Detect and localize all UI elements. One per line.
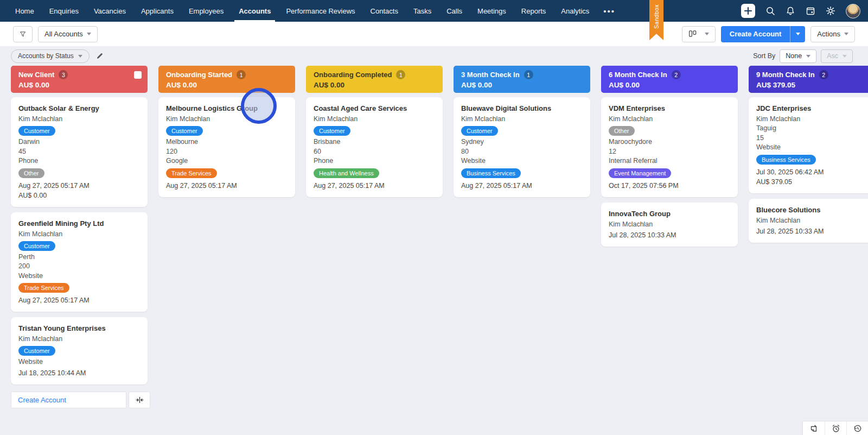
bottom-create-account-link[interactable]: Create Account [18, 396, 66, 404]
sort-field-dropdown[interactable]: None [780, 49, 816, 63]
notes-button[interactable] [803, 421, 825, 435]
card-title[interactable]: VDM Enterprises [609, 104, 730, 114]
filter-button[interactable] [13, 26, 33, 42]
sort-field-value: None [786, 52, 802, 60]
nav-item-employees[interactable]: Employees [181, 0, 231, 22]
card-industry-pill: Trade Services [18, 283, 69, 293]
account-card[interactable]: Outback Solar & Energy Kim Mclachlan Cus… [11, 97, 148, 207]
kanban-column: New Client 3 AU$ 0.00 Outback Solar & En… [11, 66, 148, 384]
column-title: New Client [18, 71, 54, 79]
column-header: Onboarding Started 1 AU$ 0.00 [158, 66, 295, 93]
account-card[interactable]: Greenfield Mining Pty Ltd Kim Mclachlan … [11, 212, 148, 312]
nav-item-contacts[interactable]: Contacts [363, 0, 406, 22]
column-cards: Melbourne Logistics Group Kim Mclachlan … [158, 97, 295, 197]
card-field: Darwin [18, 137, 140, 147]
card-datetime: Aug 27, 2025 05:17 AM [461, 181, 583, 191]
view-select-dropdown[interactable]: All Accounts [38, 26, 98, 42]
reminders-button[interactable] [825, 421, 846, 435]
calendar-button[interactable] [806, 6, 815, 16]
column-count-badge: 2 [672, 70, 681, 79]
card-field: 45 [18, 147, 140, 157]
card-datetime: Jul 30, 2025 06:42 AM [756, 167, 868, 177]
bell-icon [786, 6, 795, 16]
card-field: Internal Referral [609, 156, 730, 166]
search-button[interactable] [765, 6, 775, 16]
kanban-board: New Client 3 AU$ 0.00 Outback Solar & En… [0, 66, 868, 384]
top-navigation: HomeEnquiriesVacanciesApplicantsEmployee… [0, 0, 868, 22]
card-title[interactable]: Bluecore Solutions [756, 205, 868, 215]
kanban-field-dropdown[interactable]: Accounts by Status [11, 49, 90, 63]
account-card[interactable]: Coastal Aged Care Services Kim Mclachlan… [306, 97, 443, 197]
card-field: 200 [18, 262, 140, 272]
chevron-down-icon [806, 55, 810, 58]
nav-item-reports[interactable]: Reports [514, 0, 554, 22]
calendar-icon [806, 6, 815, 16]
collapse-column-button[interactable] [129, 392, 150, 408]
edit-pencil-icon[interactable] [96, 52, 104, 60]
column-cards: Outback Solar & Energy Kim Mclachlan Cus… [11, 97, 148, 384]
notifications-button[interactable] [786, 6, 795, 16]
nav-more-button[interactable]: ••• [597, 0, 622, 22]
card-fields: Perth200Website [18, 253, 140, 281]
nav-item-applicants[interactable]: Applicants [133, 0, 181, 22]
filter-funnel-icon [20, 30, 26, 39]
column-title: Onboarding Started [166, 71, 232, 79]
user-avatar[interactable] [846, 4, 860, 18]
nav-item-vacancies[interactable]: Vacancies [86, 0, 133, 22]
nav-item-calls[interactable]: Calls [439, 0, 470, 22]
nav-item-enquiries[interactable]: Enquiries [42, 0, 86, 22]
nav-item-analytics[interactable]: Analytics [553, 0, 597, 22]
nav-item-tasks[interactable]: Tasks [406, 0, 439, 22]
column-select-checkbox[interactable] [134, 71, 142, 79]
chevron-down-icon [844, 33, 848, 35]
view-select-label: All Accounts [44, 30, 83, 38]
card-title[interactable]: JDC Enterprises [756, 104, 868, 114]
card-field: Website [756, 143, 868, 153]
kanban-field-label: Accounts by Status [18, 52, 74, 60]
card-title[interactable]: Bluewave Digital Solutions [461, 104, 583, 114]
card-type-pill: Customer [461, 126, 498, 136]
card-fields: Brisbane60Phone [314, 137, 435, 166]
card-title[interactable]: Outback Solar & Energy [18, 104, 140, 114]
column-count-badge: 1 [237, 70, 246, 79]
account-card[interactable]: JDC Enterprises Kim Mclachlan Taguig15We… [749, 97, 868, 193]
account-card[interactable]: Bluewave Digital Solutions Kim Mclachlan… [454, 97, 590, 197]
layout-select-dropdown[interactable] [682, 26, 716, 42]
card-datetime: Aug 27, 2025 05:17 AM [18, 295, 140, 305]
account-card[interactable]: Melbourne Logistics Group Kim Mclachlan … [158, 97, 295, 197]
card-datetime: Aug 27, 2025 05:17 AM [166, 181, 288, 191]
nav-item-meetings[interactable]: Meetings [470, 0, 514, 22]
bottom-utility-bar [802, 421, 868, 435]
card-field: 120 [166, 147, 288, 157]
card-title[interactable]: Greenfield Mining Pty Ltd [18, 219, 140, 229]
column-amount: AU$ 0.00 [166, 81, 289, 89]
column-cards: VDM Enterprises Kim Mclachlan Other Maro… [601, 97, 738, 247]
nav-item-accounts[interactable]: Accounts [231, 0, 278, 22]
column-amount: AU$ 0.00 [461, 81, 584, 89]
account-card[interactable]: VDM Enterprises Kim Mclachlan Other Maro… [601, 97, 738, 197]
card-type-pill: Customer [18, 241, 55, 251]
chevron-down-icon [705, 33, 709, 35]
module-toolbar: All Accounts Create Account Actions [0, 22, 868, 46]
card-title[interactable]: Coastal Aged Care Services [314, 104, 435, 114]
card-datetime: Aug 27, 2025 05:17 AM [314, 181, 435, 191]
nav-item-performance-reviews[interactable]: Performance Reviews [278, 0, 362, 22]
card-title[interactable]: InnovaTech Group [609, 209, 730, 219]
account-card[interactable]: Tristan Young Enterprises Kim Mclachlan … [11, 317, 148, 384]
card-owner: Kim Mclachlan [756, 114, 868, 124]
settings-button[interactable] [826, 6, 835, 16]
card-title[interactable]: Melbourne Logistics Group [166, 104, 288, 114]
quick-create-button[interactable] [741, 4, 755, 18]
card-datetime: Oct 17, 2025 07:56 PM [609, 181, 730, 191]
create-account-dropdown[interactable] [790, 26, 805, 42]
nav-items: HomeEnquiriesVacanciesApplicantsEmployee… [0, 0, 597, 22]
card-field: Phone [314, 156, 435, 166]
recent-items-button[interactable] [846, 421, 868, 435]
actions-dropdown[interactable]: Actions [810, 26, 855, 42]
account-card[interactable]: InnovaTech Group Kim Mclachlan Jul 28, 2… [601, 203, 738, 247]
kanban-column: 9 Month Check In 2 AU$ 379.05 JDC Enterp… [749, 66, 868, 243]
account-card[interactable]: Bluecore Solutions Kim Mclachlan Jul 28,… [749, 199, 868, 243]
card-title[interactable]: Tristan Young Enterprises [18, 324, 140, 333]
nav-item-home[interactable]: Home [8, 0, 42, 22]
create-account-button[interactable]: Create Account [721, 26, 790, 42]
